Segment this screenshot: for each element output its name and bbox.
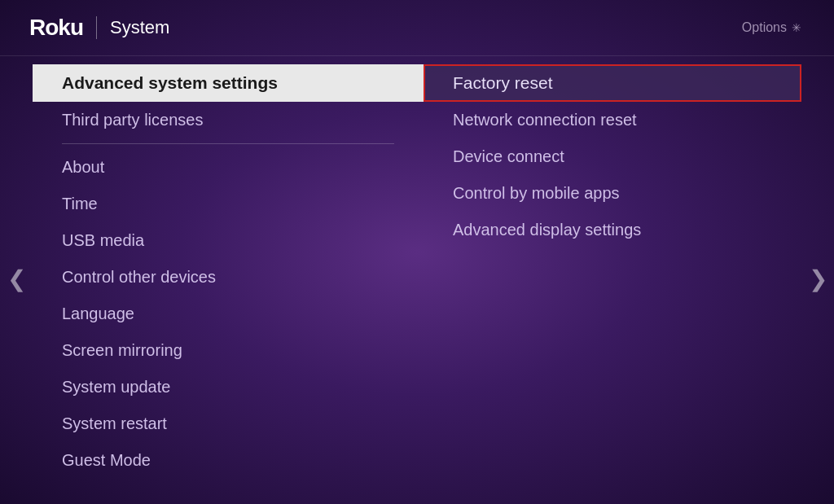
menu-item-advanced-system-settings[interactable]: Advanced system settings (33, 64, 424, 102)
main-content: ❮ Advanced system settings Third party l… (0, 56, 834, 502)
menu-item-about[interactable]: About (33, 149, 424, 186)
menu-item-usb-media[interactable]: USB media (33, 222, 424, 259)
header-left: Roku System (29, 15, 169, 41)
menu-separator (62, 143, 394, 144)
menu-item-guest-mode[interactable]: Guest Mode (33, 442, 424, 479)
menu-item-language[interactable]: Language (33, 296, 424, 332)
left-nav-arrow[interactable]: ❮ (0, 255, 33, 304)
right-nav-arrow[interactable]: ❯ (801, 255, 834, 304)
menu-item-time[interactable]: Time (33, 186, 424, 222)
menu-item-control-other-devices[interactable]: Control other devices (33, 259, 424, 296)
header-divider (96, 16, 97, 39)
header: Roku System Options ✳ (0, 0, 834, 56)
right-item-control-by-mobile-apps[interactable]: Control by mobile apps (424, 175, 801, 212)
right-panel: Factory reset Network connection reset D… (424, 56, 801, 502)
right-item-advanced-display-settings[interactable]: Advanced display settings (424, 212, 801, 248)
menu-item-system-update[interactable]: System update (33, 369, 424, 405)
right-item-factory-reset[interactable]: Factory reset (424, 64, 801, 102)
menu-item-system-restart[interactable]: System restart (33, 405, 424, 442)
options-label: Options (742, 20, 787, 35)
right-item-network-connection-reset[interactable]: Network connection reset (424, 102, 801, 138)
right-item-device-connect[interactable]: Device connect (424, 138, 801, 175)
roku-logo: Roku (29, 15, 83, 41)
header-options[interactable]: Options ✳ (742, 20, 801, 35)
options-icon: ✳ (792, 21, 801, 34)
header-title: System (110, 17, 169, 38)
left-panel: Advanced system settings Third party lic… (33, 56, 424, 502)
menu-item-screen-mirroring[interactable]: Screen mirroring (33, 332, 424, 369)
menu-item-third-party-licenses[interactable]: Third party licenses (33, 102, 424, 138)
